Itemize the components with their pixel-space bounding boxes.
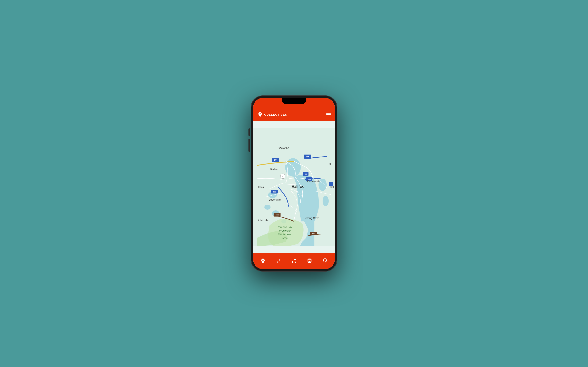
svg-text:lerlea: lerlea — [258, 186, 264, 188]
svg-text:Wilderness: Wilderness — [278, 233, 292, 236]
scan-icon — [291, 258, 297, 264]
svg-text:Terence Bay: Terence Bay — [277, 225, 293, 229]
map-view[interactable]: 101 118 33 2 111 7 — [253, 121, 335, 253]
phone-screen: COLLECTIVES — [253, 98, 335, 269]
nav-item-routes[interactable] — [273, 256, 284, 266]
nav-item-scan[interactable] — [289, 256, 299, 266]
hamburger-menu-button[interactable] — [326, 113, 331, 116]
routes-icon — [276, 258, 281, 264]
phone-device: COLLECTIVES — [251, 96, 337, 271]
svg-text:333: 333 — [276, 214, 278, 216]
svg-text:Halifax: Halifax — [292, 184, 303, 189]
svg-text:7: 7 — [330, 183, 331, 185]
logo-text: COLLECTIVES — [264, 113, 287, 116]
nav-item-bus[interactable] — [304, 256, 315, 266]
svg-text:N: N — [329, 163, 331, 166]
svg-point-4 — [264, 205, 270, 210]
svg-point-7 — [319, 179, 327, 191]
support-icon — [322, 258, 328, 264]
logo-area: COLLECTIVES — [257, 112, 287, 117]
nav-item-location[interactable] — [258, 256, 268, 266]
svg-text:118: 118 — [306, 156, 309, 158]
svg-text:tchet Lake: tchet Lake — [258, 219, 269, 221]
status-bar — [253, 98, 335, 108]
bus-icon — [307, 258, 312, 264]
svg-text:Beechville: Beechville — [268, 198, 281, 201]
svg-text:Bedford: Bedford — [270, 167, 279, 171]
svg-text:Herring Cove: Herring Cove — [303, 217, 319, 220]
svg-text:Area: Area — [282, 236, 287, 240]
bottom-navigation — [253, 253, 335, 269]
svg-point-8 — [323, 196, 329, 206]
notch — [282, 98, 306, 104]
svg-text:349: 349 — [312, 233, 315, 235]
app-header: COLLECTIVES — [253, 108, 335, 121]
svg-text:102: 102 — [273, 191, 276, 193]
svg-text:2: 2 — [282, 175, 283, 177]
svg-text:Sackville: Sackville — [278, 146, 289, 150]
logo-icon — [257, 112, 263, 117]
svg-text:Provincial: Provincial — [279, 229, 291, 232]
svg-text:33: 33 — [305, 173, 307, 175]
svg-text:Col: Col — [330, 186, 334, 188]
app-screen: COLLECTIVES — [253, 98, 335, 269]
svg-text:Dartmouth: Dartmouth — [307, 180, 320, 183]
location-icon — [260, 258, 266, 264]
svg-text:101: 101 — [274, 159, 277, 161]
nav-item-support[interactable] — [320, 256, 330, 266]
